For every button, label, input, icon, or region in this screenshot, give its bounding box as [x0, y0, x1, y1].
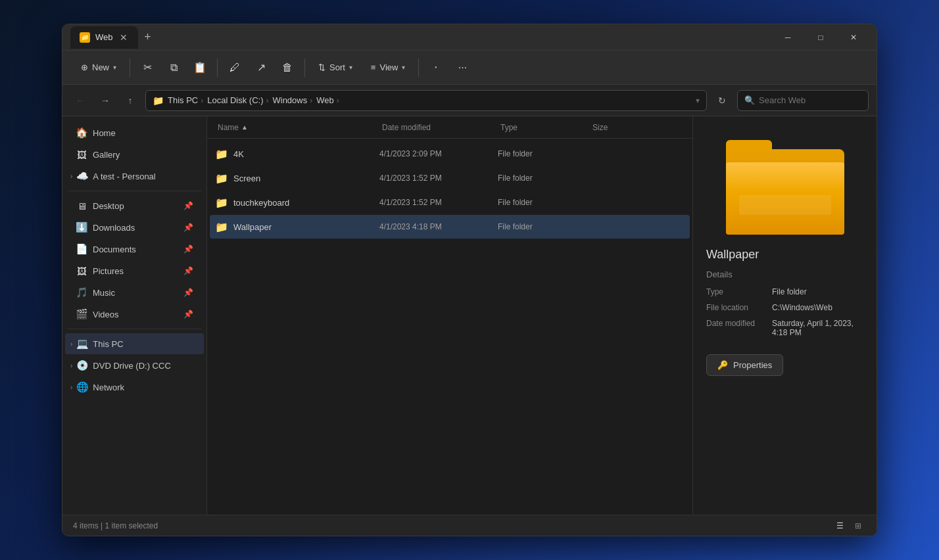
- this-pc-icon: 💻: [76, 338, 89, 350]
- sidebar-divider-2: [68, 329, 201, 329]
- view-button[interactable]: ≡ View ▾: [363, 56, 414, 80]
- properties-button[interactable]: 🔑 Properties: [706, 354, 783, 376]
- detail-date-row: Date modified Saturday, April 1, 2023, 4…: [706, 319, 863, 337]
- network-chevron-icon: ›: [70, 384, 72, 391]
- gallery-icon: 🖼: [76, 149, 87, 160]
- tab-label: Web: [95, 32, 113, 42]
- breadcrumb-this-pc[interactable]: This PC ›: [168, 95, 203, 105]
- location-value: C:\Windows\Web: [772, 303, 863, 312]
- videos-icon: 🎬: [76, 308, 87, 320]
- column-size-text: Size: [592, 123, 608, 132]
- folder-icon: 📁: [215, 197, 228, 209]
- breadcrumb-web[interactable]: Web ›: [316, 95, 339, 105]
- sidebar-a-test-label: A test - Personal: [93, 172, 199, 181]
- toolbar-separator-4: [418, 58, 419, 77]
- file-name: Wallpaper: [233, 222, 379, 232]
- new-label: New: [92, 62, 109, 72]
- column-type-text: Type: [500, 123, 518, 132]
- file-list-header: Name ▲ Date modified Type Size: [207, 116, 692, 139]
- column-header-date[interactable]: Date modified: [377, 120, 495, 135]
- sidebar-section-a-test[interactable]: › ☁️ A test - Personal: [65, 166, 204, 187]
- sidebar-item-music[interactable]: 🎵 Music 📌: [65, 282, 204, 303]
- status-info: 4 items | 1 item selected: [73, 521, 158, 530]
- sidebar-section-network[interactable]: › 🌐 Network: [65, 377, 204, 398]
- view-toggle: ☰ ⊞: [832, 518, 866, 534]
- sidebar-divider-1: [68, 191, 201, 191]
- sidebar-section-this-pc[interactable]: › 💻 This PC: [65, 333, 204, 354]
- column-name-text: Name: [218, 123, 239, 132]
- search-box[interactable]: 🔍: [737, 90, 869, 111]
- delete-button[interactable]: 🗑: [276, 56, 299, 80]
- file-list-area: Name ▲ Date modified Type Size 📁 4K 4/1/…: [207, 116, 692, 515]
- share-button[interactable]: ↗: [249, 56, 273, 80]
- sidebar-item-pictures[interactable]: 🖼 Pictures 📌: [65, 260, 204, 281]
- preview-details-label: Details: [706, 269, 733, 279]
- new-tab-button[interactable]: +: [138, 28, 158, 47]
- column-header-size[interactable]: Size: [587, 120, 653, 135]
- sort-icon: ⇅: [318, 62, 325, 72]
- maximize-button[interactable]: □: [806, 27, 836, 48]
- cut-button[interactable]: ✂: [135, 56, 159, 80]
- more-button[interactable]: ···: [450, 56, 474, 80]
- sidebar-item-documents[interactable]: 📄 Documents 📌: [65, 239, 204, 260]
- new-chevron-icon: ▾: [113, 64, 116, 71]
- refresh-button[interactable]: ↻: [712, 91, 732, 110]
- sidebar-item-gallery[interactable]: 🖼 Gallery: [65, 144, 204, 165]
- music-pin-icon: 📌: [183, 288, 193, 297]
- type-value: File folder: [772, 287, 863, 296]
- list-view-button[interactable]: ☰: [832, 518, 848, 534]
- tab-folder-icon: 📁: [80, 32, 90, 43]
- sidebar-documents-label: Documents: [93, 245, 178, 254]
- minimize-button[interactable]: ─: [773, 27, 803, 48]
- copy-button[interactable]: ⧉: [162, 56, 185, 80]
- pictures-icon: 🖼: [76, 266, 87, 277]
- explorer-window: 📁 Web ✕ + ─ □ ✕ ⊕ New ▾ ✂ ⧉ 📋 🖊 ↗ 🗑 ⇅ So: [62, 24, 877, 536]
- back-button[interactable]: ←: [70, 91, 90, 110]
- active-tab[interactable]: 📁 Web ✕: [70, 26, 138, 49]
- sidebar-section-dvd[interactable]: › 💿 DVD Drive (D:) CCC: [65, 355, 204, 376]
- items-count: 4 items: [73, 521, 99, 530]
- sidebar-item-home[interactable]: 🏠 Home: [65, 122, 204, 143]
- column-header-type[interactable]: Type: [495, 120, 587, 135]
- desktop-pin-icon: 📌: [183, 201, 193, 210]
- address-bar[interactable]: 📁 This PC › Local Disk (C:) › Windows › …: [145, 90, 707, 111]
- up-button[interactable]: ↑: [120, 91, 140, 110]
- address-folder-icon: 📁: [153, 95, 164, 106]
- table-row[interactable]: 📁 touchkeyboard 4/1/2023 1:52 PM File fo…: [210, 191, 690, 214]
- table-row[interactable]: 📁 Screen 4/1/2023 1:52 PM File folder: [210, 166, 690, 190]
- breadcrumb-local-disk[interactable]: Local Disk (C:) ›: [207, 95, 268, 105]
- search-input[interactable]: [759, 95, 861, 105]
- file-name: Screen: [233, 174, 379, 183]
- title-bar: 📁 Web ✕ + ─ □ ✕: [62, 24, 877, 51]
- folder-highlight: [739, 195, 831, 215]
- toolbar: ⊕ New ▾ ✂ ⧉ 📋 🖊 ↗ 🗑 ⇅ Sort ▾ ≡ View ▾ ⬝ …: [62, 51, 877, 85]
- paste-button[interactable]: 📋: [188, 56, 212, 80]
- column-header-name[interactable]: Name ▲: [212, 120, 377, 135]
- downloads-pin-icon: 📌: [183, 223, 193, 232]
- rename-button[interactable]: 🖊: [223, 56, 247, 80]
- forward-button[interactable]: →: [95, 91, 115, 110]
- tab-close-button[interactable]: ✕: [118, 32, 129, 43]
- sidebar-item-desktop[interactable]: 🖥 Desktop 📌: [65, 195, 204, 216]
- sidebar-item-videos[interactable]: 🎬 Videos 📌: [65, 304, 204, 325]
- table-row[interactable]: 📁 4K 4/1/2023 2:09 PM File folder: [210, 142, 690, 166]
- column-date-text: Date modified: [382, 123, 431, 132]
- breadcrumb-sep-2: ›: [266, 96, 268, 105]
- close-button[interactable]: ✕: [838, 27, 869, 48]
- address-bar-dropdown-icon[interactable]: ▾: [696, 96, 700, 105]
- breadcrumb-windows[interactable]: Windows ›: [272, 95, 312, 105]
- toolbar-separator-2: [217, 58, 218, 77]
- file-type: File folder: [498, 174, 590, 183]
- file-list: 📁 4K 4/1/2023 2:09 PM File folder 📁 Scre…: [207, 139, 692, 515]
- details-button[interactable]: ⬝: [424, 56, 448, 80]
- sidebar-downloads-label: Downloads: [93, 223, 178, 233]
- sidebar-network-label: Network: [93, 383, 199, 392]
- breadcrumb-sep-1: ›: [201, 96, 203, 105]
- sort-button[interactable]: ⇅ Sort ▾: [310, 56, 360, 80]
- table-row[interactable]: 📁 Wallpaper 4/1/2023 4:18 PM File folder: [210, 215, 690, 239]
- sidebar-item-downloads[interactable]: ⬇️ Downloads 📌: [65, 217, 204, 238]
- toolbar-separator-3: [304, 58, 305, 77]
- grid-view-button[interactable]: ⊞: [850, 518, 866, 534]
- sort-chevron-icon: ▾: [349, 64, 352, 71]
- new-button[interactable]: ⊕ New ▾: [73, 56, 124, 80]
